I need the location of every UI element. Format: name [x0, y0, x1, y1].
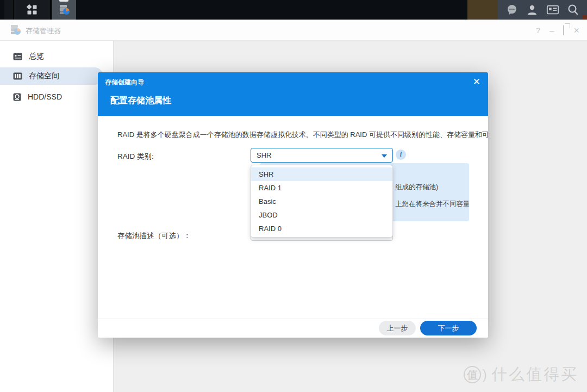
taskbar-edge-strip — [4, 0, 14, 20]
window-controls: ? – × — [536, 20, 579, 41]
pool-description-label: 存储池描述（可选）： — [117, 231, 191, 241]
sidebar-item-label: HDD/SSD — [28, 92, 62, 101]
help-button[interactable]: ? — [536, 26, 540, 34]
app-content-area: 总览 存储空间 — [0, 41, 587, 392]
minimize-button[interactable]: – — [549, 26, 554, 34]
dialog-close-button[interactable]: ✕ — [473, 76, 480, 88]
previous-step-button[interactable]: 上一步 — [379, 321, 416, 335]
user-icon[interactable] — [526, 3, 539, 16]
sidebar-item-overview[interactable]: 总览 — [0, 48, 103, 65]
main-menu-button[interactable] — [14, 0, 51, 20]
dropdown-option-shr[interactable]: SHR — [251, 167, 392, 181]
raid-type-label: RAID 类别: — [117, 152, 154, 161]
dialog-header: 存储创建向导 ✕ 配置存储池属性 — [98, 72, 488, 116]
storage-wizard-dialog: 存储创建向导 ✕ 配置存储池属性 RAID 是将多个硬盘聚合成一个存储池的数据存… — [98, 72, 488, 338]
restore-button[interactable] — [563, 26, 564, 34]
sidebar-item-hdd-ssd[interactable]: HDD/SSD — [0, 88, 103, 105]
dialog-body: RAID 是将多个硬盘聚合成一个存储池的数据存储虚拟化技术。不同类型的 RAID… — [98, 116, 488, 319]
next-step-button[interactable]: 下一步 — [420, 321, 477, 335]
sidebar-item-label: 总览 — [29, 52, 44, 61]
system-tray — [498, 0, 587, 20]
volume-icon — [13, 72, 22, 80]
sidebar: 总览 存储空间 — [0, 41, 114, 392]
watermark-badge: 值 — [464, 366, 481, 383]
raid-type-dropdown-list: SHR RAID 1 Basic JBOD RAID 0 — [251, 165, 393, 238]
app-grid-icon — [26, 4, 38, 16]
raid-type-select-value: SHR — [257, 151, 271, 159]
info-box-line: 上您在将来合并不同容量 — [395, 200, 469, 209]
sidebar-item-storage-pool[interactable]: 存储空间 — [0, 67, 103, 85]
wizard-title: 存储创建向导 — [105, 78, 144, 87]
overview-icon — [13, 53, 22, 60]
wallpaper-corner — [582, 15, 587, 20]
disk-icon — [13, 93, 21, 101]
step-title: 配置存储池属性 — [110, 95, 171, 107]
raid-intro-text: RAID 是将多个硬盘聚合成一个存储池的数据存储虚拟化技术。不同类型的 RAID… — [117, 130, 476, 140]
info-icon[interactable]: i — [396, 150, 406, 160]
dropdown-option-raid1[interactable]: RAID 1 — [251, 181, 392, 195]
dropdown-option-raid0[interactable]: RAID 0 — [251, 222, 392, 235]
dropdown-option-basic[interactable]: Basic — [251, 195, 392, 208]
active-app-indicator — [59, 0, 68, 2]
storage-manager-icon — [58, 3, 71, 16]
close-button[interactable]: × — [573, 26, 579, 35]
chat-icon[interactable] — [505, 3, 519, 16]
window-title: 存储管理器 — [26, 26, 61, 36]
smzdm-watermark: 值 ) 什么值得买 — [464, 364, 578, 385]
watermark-paren: ) — [482, 366, 487, 383]
chevron-down-icon — [382, 154, 387, 158]
taskbar — [0, 0, 587, 20]
info-box-line: 组成的存储池) — [395, 183, 438, 192]
storage-manager-icon — [9, 23, 22, 36]
window-titlebar: 存储管理器 ? – × — [0, 20, 587, 41]
storage-manager-taskbar-tab[interactable] — [52, 0, 76, 20]
desktop-wallpaper-strip — [467, 0, 498, 20]
watermark-text: 什么值得买 — [491, 364, 578, 385]
desktop: 存储管理器 ? – × 总览 — [0, 0, 587, 392]
sidebar-item-label: 存储空间 — [29, 71, 59, 81]
dialog-footer: 上一步 下一步 — [98, 319, 488, 338]
search-icon[interactable] — [566, 3, 579, 16]
widgets-icon[interactable] — [546, 3, 559, 16]
restore-icon — [563, 25, 564, 35]
dropdown-option-jbod[interactable]: JBOD — [251, 208, 392, 222]
raid-type-select[interactable]: SHR — [251, 148, 393, 163]
